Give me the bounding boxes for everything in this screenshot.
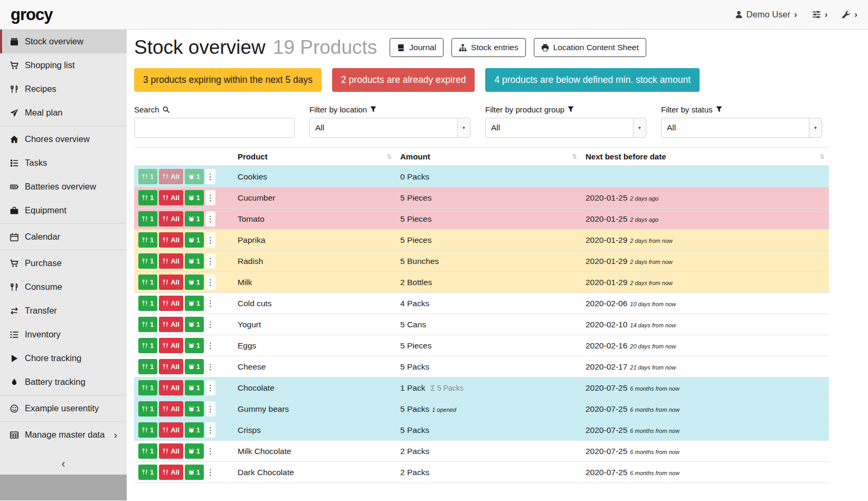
sidebar-item-equipment[interactable]: Equipment: [0, 198, 127, 222]
status-filter-select[interactable]: All▼: [661, 118, 822, 138]
consume-one-button[interactable]: 1: [138, 380, 157, 395]
open-one-button[interactable]: 1: [185, 211, 204, 226]
consume-one-button[interactable]: 1: [138, 338, 157, 353]
open-one-button[interactable]: 1: [185, 380, 204, 395]
stock-entries-button[interactable]: Stock entries: [451, 38, 526, 57]
open-one-button[interactable]: 1: [185, 401, 204, 417]
column-amount[interactable]: Amount⇅: [396, 148, 581, 166]
expired-badge[interactable]: 2 products are already expired: [332, 68, 475, 92]
location-content-sheet-button[interactable]: Location Content Sheet: [534, 38, 646, 57]
row-menu-button[interactable]: ⋮: [205, 232, 215, 248]
open-one-button[interactable]: 1: [185, 169, 204, 184]
consume-all-button[interactable]: All: [159, 338, 183, 353]
consume-one-button[interactable]: 1: [138, 422, 157, 438]
row-menu-button[interactable]: ⋮: [205, 253, 215, 269]
sort-icon[interactable]: ⇅: [386, 153, 392, 160]
row-menu-button[interactable]: ⋮: [205, 211, 215, 226]
consume-all-button[interactable]: All: [159, 422, 183, 438]
consume-all-button[interactable]: All: [159, 211, 183, 226]
consume-all-button[interactable]: All: [159, 232, 183, 248]
consume-one-button[interactable]: 1: [138, 443, 157, 459]
open-one-button[interactable]: 1: [185, 296, 204, 311]
sort-icon[interactable]: ⇅: [819, 153, 825, 160]
consume-all-button[interactable]: All: [159, 317, 183, 332]
consume-all-button[interactable]: All: [159, 169, 183, 184]
open-one-button[interactable]: 1: [185, 317, 204, 332]
consume-one-button[interactable]: 1: [138, 253, 157, 269]
sidebar-item-transfer[interactable]: Transfer: [0, 299, 127, 323]
product-group-filter-select[interactable]: All▼: [485, 118, 646, 138]
sidebar-item-chore-tracking[interactable]: Chore tracking: [0, 346, 127, 370]
sidebar-item-tasks[interactable]: Tasks: [0, 151, 127, 175]
column-product[interactable]: Product⇅: [233, 148, 396, 166]
consume-all-button[interactable]: All: [159, 275, 183, 290]
row-menu-button[interactable]: ⋮: [205, 380, 215, 395]
sidebar-item-battery-tracking[interactable]: Battery tracking: [0, 370, 127, 394]
sidebar-item-chores-overview[interactable]: Chores overview: [0, 127, 127, 151]
sidebar-item-batteries-overview[interactable]: Batteries overview: [0, 175, 127, 198]
open-one-button[interactable]: 1: [185, 232, 204, 248]
consume-one-button[interactable]: 1: [138, 232, 157, 248]
below-min-stock-badge[interactable]: 4 products are below defined min. stock …: [485, 68, 700, 92]
open-one-button[interactable]: 1: [185, 465, 204, 480]
product-name: Yogurt: [233, 314, 396, 335]
row-menu-button[interactable]: ⋮: [205, 465, 215, 480]
row-menu-button[interactable]: ⋮: [205, 359, 215, 374]
consume-one-button[interactable]: 1: [138, 401, 157, 417]
sidebar-item-inventory[interactable]: Inventory: [0, 323, 127, 346]
sidebar-item-shopping-list[interactable]: Shopping list: [0, 53, 127, 77]
column-next-best-before-date[interactable]: Next best before date⇅: [581, 148, 829, 166]
consume-one-button[interactable]: 1: [138, 169, 157, 184]
settings-menu[interactable]: ›: [812, 10, 828, 20]
open-one-button[interactable]: 1: [185, 359, 204, 374]
sidebar-item-consume[interactable]: Consume: [0, 275, 127, 299]
row-menu-button[interactable]: ⋮: [205, 275, 215, 290]
sidebar-item-stock-overview[interactable]: Stock overview: [0, 30, 127, 53]
admin-menu[interactable]: ›: [842, 10, 857, 20]
expiring-soon-badge[interactable]: 3 products expiring within the next 5 da…: [134, 68, 322, 92]
journal-button[interactable]: Journal: [390, 38, 444, 57]
consume-one-button[interactable]: 1: [138, 275, 157, 290]
open-one-button[interactable]: 1: [185, 253, 204, 269]
open-one-button[interactable]: 1: [185, 422, 204, 438]
row-menu-button[interactable]: ⋮: [205, 317, 215, 332]
sort-icon[interactable]: ⇅: [572, 153, 577, 160]
consume-one-button[interactable]: 1: [138, 317, 157, 332]
sidebar-collapse-button[interactable]: ‹: [0, 453, 127, 475]
grocy-logo[interactable]: grocy: [11, 5, 52, 24]
row-menu-button[interactable]: ⋮: [205, 169, 215, 184]
location-filter-select[interactable]: All▼: [309, 118, 470, 138]
sidebar-item-calendar[interactable]: Calendar: [0, 225, 127, 249]
row-menu-button[interactable]: ⋮: [205, 443, 215, 459]
sidebar-item-meal-plan[interactable]: Meal plan: [0, 101, 127, 125]
open-one-button[interactable]: 1: [185, 190, 204, 205]
row-menu-button[interactable]: ⋮: [205, 422, 215, 438]
consume-all-button[interactable]: All: [159, 190, 183, 205]
consume-one-button[interactable]: 1: [138, 465, 157, 480]
user-menu[interactable]: Demo User ›: [735, 10, 797, 20]
consume-all-button[interactable]: All: [159, 401, 183, 417]
search-input[interactable]: [134, 118, 295, 138]
consume-one-button[interactable]: 1: [138, 211, 157, 226]
consume-one-button[interactable]: 1: [138, 296, 157, 311]
consume-all-button[interactable]: All: [159, 296, 183, 311]
open-one-button[interactable]: 1: [185, 338, 204, 353]
consume-all-button[interactable]: All: [159, 443, 183, 459]
consume-all-button[interactable]: All: [159, 359, 183, 374]
sidebar-item-recipes[interactable]: Recipes: [0, 77, 127, 101]
sidebar-item-example-userentity[interactable]: Example userentity: [0, 396, 127, 420]
consume-all-button[interactable]: All: [159, 380, 183, 395]
sidebar-item-purchase[interactable]: Purchase: [0, 251, 127, 275]
consume-one-button[interactable]: 1: [138, 190, 157, 205]
sidebar-item-manage-master-data[interactable]: Manage master data›: [0, 423, 127, 447]
row-menu-button[interactable]: ⋮: [205, 190, 215, 205]
consume-all-button[interactable]: All: [159, 253, 183, 269]
row-menu-button[interactable]: ⋮: [205, 401, 215, 417]
row-menu-button[interactable]: ⋮: [205, 338, 215, 353]
row-menu-button[interactable]: ⋮: [205, 296, 215, 311]
open-one-button[interactable]: 1: [185, 275, 204, 290]
consume-one-button[interactable]: 1: [138, 359, 157, 374]
table-row: 1All1⋮Dark Chocolate2 Packs2020-07-256 m…: [134, 462, 829, 483]
consume-all-button[interactable]: All: [159, 465, 183, 480]
open-one-button[interactable]: 1: [185, 443, 204, 459]
